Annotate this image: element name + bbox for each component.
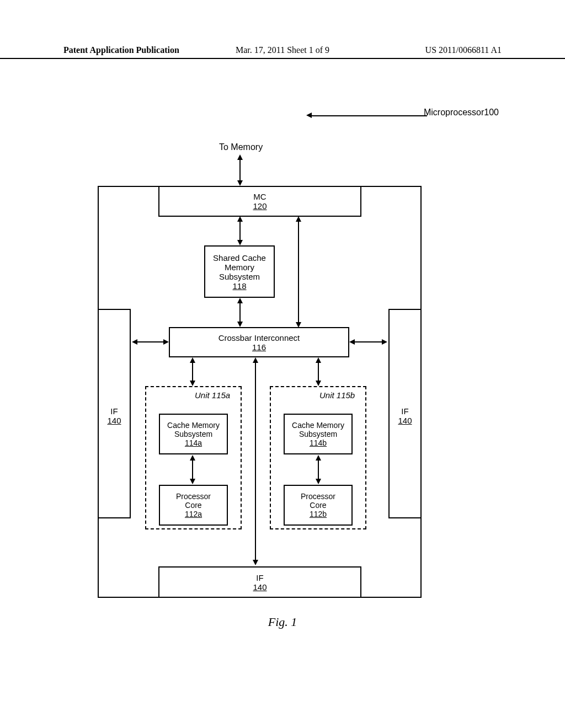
arrow-mc-cache <box>239 221 241 241</box>
arrowhead-ifright-l <box>349 339 355 345</box>
cache-a-line1: Cache Memory <box>167 421 220 430</box>
cache-a-line2: Subsystem <box>174 430 212 438</box>
arrowhead-memory-down <box>237 180 243 186</box>
shared-cache-line1: Shared Cache <box>213 253 266 263</box>
crossbar-ref: 116 <box>252 342 266 352</box>
proc-a-box: Processor Core 112a <box>159 485 228 526</box>
arrowhead-proca-up <box>190 455 195 461</box>
arrowhead-ifright-r <box>382 339 387 345</box>
shared-cache-line3: Subsystem <box>219 272 260 281</box>
arrow-cache-crossbar <box>239 303 241 323</box>
proc-b-box: Processor Core 112b <box>284 485 353 526</box>
proc-b-line2: Core <box>310 501 326 510</box>
microprocessor-label: Microprocessor100 <box>424 108 499 117</box>
to-memory-label: To Memory <box>219 142 263 152</box>
proc-a-line2: Core <box>185 501 201 510</box>
header-right: US 2011/0066811 A1 <box>425 45 502 55</box>
unit-b-label: Unit 115b <box>319 390 355 400</box>
arrow-cross-ifleft <box>137 341 164 342</box>
mc-box: MC 120 <box>158 186 361 217</box>
cache-a-box: Cache Memory Subsystem 114a <box>159 414 228 454</box>
figure-label: Fig. 1 <box>268 615 297 629</box>
arrowhead-unitb-up <box>316 357 321 363</box>
arrow-cross-unita <box>192 362 193 382</box>
arrowhead-mc-down <box>237 240 243 245</box>
header-center: Mar. 17, 2011 Sheet 1 of 9 <box>236 45 329 55</box>
mc-label: MC <box>253 192 266 201</box>
page-header: Patent Application Publication Mar. 17, … <box>0 45 565 55</box>
unit-b-text: Unit 115b <box>319 390 355 400</box>
arrowhead-ifleft-l <box>132 339 137 345</box>
proc-b-ref: 112b <box>310 510 327 518</box>
shared-cache-ref: 118 <box>232 281 246 291</box>
arrow-memory-mc <box>239 159 241 181</box>
arrowhead-mc-up <box>237 216 243 222</box>
arrow-mc-crossbar <box>298 221 299 323</box>
header-left: Patent Application Publication <box>63 45 179 55</box>
unit-a-label: Unit 115a <box>195 390 230 400</box>
if-bottom-label: IF <box>256 573 263 582</box>
if-right-box: IF 140 <box>388 309 422 518</box>
arrowhead-unitb-down <box>316 381 321 386</box>
cache-b-box: Cache Memory Subsystem 114b <box>284 414 353 454</box>
mp-pointer-line <box>311 115 427 116</box>
cache-a-ref: 114a <box>185 438 202 447</box>
if-left-label: IF <box>110 406 118 416</box>
arrowhead-ifbot-up <box>253 357 258 363</box>
header-divider <box>0 58 565 59</box>
if-right-label: IF <box>401 406 408 416</box>
proc-b-line1: Processor <box>301 492 335 501</box>
arrowhead-procb-up <box>316 455 321 461</box>
proc-a-ref: 112a <box>185 510 202 518</box>
cache-b-ref: 114b <box>310 438 327 447</box>
mc-ref: 120 <box>253 201 266 211</box>
if-left-box: IF 140 <box>98 309 131 518</box>
crossbar-box: Crossbar Interconnect 116 <box>169 327 349 357</box>
arrow-cross-ifbottom <box>255 362 256 560</box>
arrowhead-memory-up <box>237 154 243 160</box>
arrowhead-proca-down <box>190 479 195 484</box>
arrowhead-ifbot-down <box>253 560 258 565</box>
arrowhead-cache-up <box>237 298 243 303</box>
shared-cache-box: Shared Cache Memory Subsystem 118 <box>204 245 275 298</box>
if-bottom-ref: 140 <box>253 582 266 592</box>
cache-b-line2: Subsystem <box>299 430 337 438</box>
if-right-ref: 140 <box>398 416 412 425</box>
arrowhead-mc-cross-up <box>296 216 301 222</box>
arrowhead-ifleft-r <box>163 339 169 345</box>
crossbar-label: Crossbar Interconnect <box>218 333 300 342</box>
if-left-ref: 140 <box>107 416 121 425</box>
arrow-cacheb-procb <box>318 459 319 480</box>
arrowhead-procb-down <box>316 479 321 484</box>
mp-pointer-arrow <box>306 113 312 118</box>
cache-b-line1: Cache Memory <box>292 421 344 430</box>
arrow-cross-unitb <box>318 362 319 382</box>
arrow-cachea-proca <box>192 459 193 480</box>
if-bottom-box: IF 140 <box>158 566 361 598</box>
arrowhead-cache-down <box>237 322 243 327</box>
arrow-cross-ifright <box>354 341 382 342</box>
proc-a-line1: Processor <box>176 492 211 501</box>
unit-a-text: Unit 115a <box>195 390 230 400</box>
shared-cache-line2: Memory <box>225 263 254 272</box>
arrowhead-unita-up <box>190 357 195 363</box>
arrowhead-unita-down <box>190 381 195 386</box>
